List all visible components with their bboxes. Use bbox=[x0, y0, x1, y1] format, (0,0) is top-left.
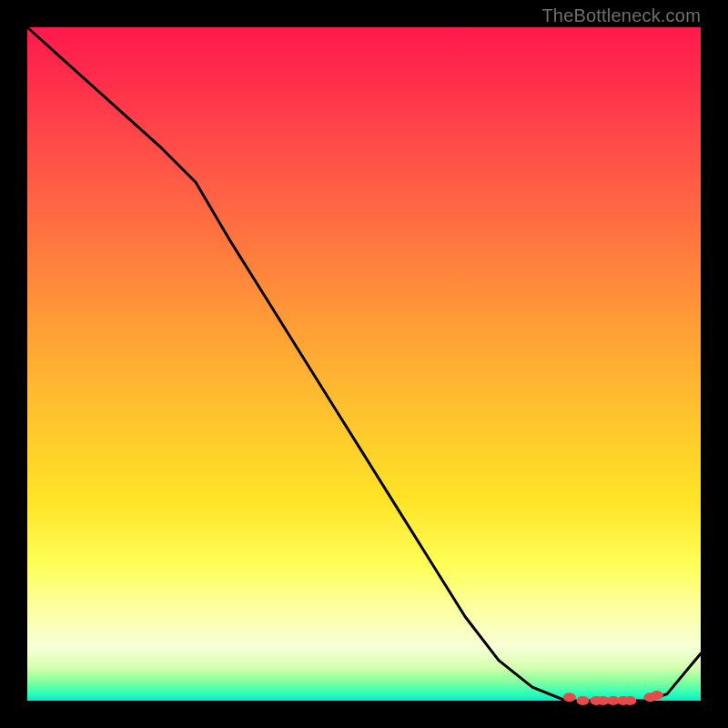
valley-markers-group bbox=[563, 691, 663, 705]
plot-area bbox=[27, 27, 701, 701]
valley-marker bbox=[563, 693, 576, 702]
valley-marker bbox=[577, 696, 590, 705]
chart-frame: TheBottleneck.com bbox=[0, 0, 728, 728]
bottleneck-curve bbox=[27, 27, 701, 701]
bottleneck-curve-svg bbox=[27, 27, 701, 701]
valley-marker bbox=[651, 691, 663, 700]
attribution-label: TheBottleneck.com bbox=[541, 5, 701, 26]
valley-marker bbox=[623, 696, 636, 705]
